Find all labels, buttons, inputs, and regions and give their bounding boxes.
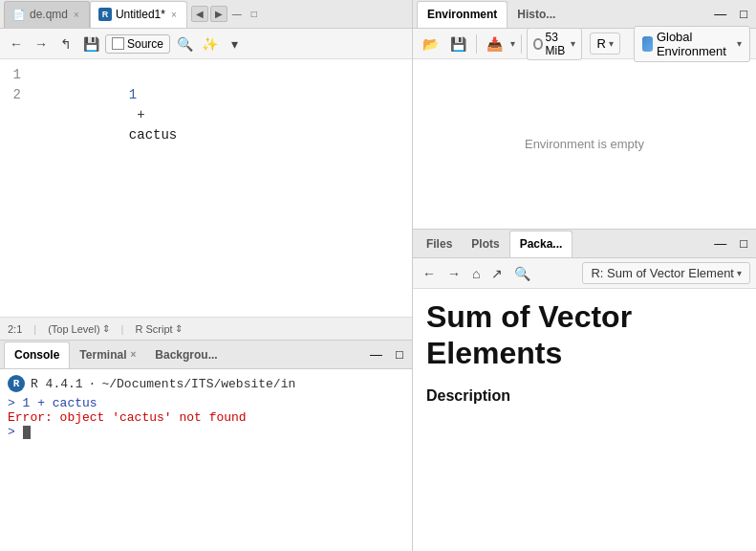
packages-tab-label: Packa... [520,237,563,251]
code-op: + [129,107,153,122]
editor-minimize[interactable]: — [227,7,247,21]
nav-forward-btn[interactable]: → [31,33,52,55]
console-content[interactable]: R R 4.4.1 · ~/Documents/ITS/website/in >… [0,369,412,551]
tab-console[interactable]: Console [4,342,70,368]
terminal-tab-close[interactable]: × [130,349,136,360]
help-topic-label: R: Sum of Vector Element [591,266,734,280]
r-engine-arrow: ▾ [609,38,614,49]
r-logo: R [8,375,25,392]
code-line-1: 1 + cactus [32,65,408,165]
tab-scroll-right[interactable]: ▶ [210,6,227,22]
help-forward-btn[interactable]: → [443,264,464,283]
global-env-dropdown[interactable]: Global Environment ▾ [634,26,750,62]
r-separator: · [89,377,97,391]
filetype-dropdown[interactable]: R Script ⇕ [135,323,182,335]
tab-qmd[interactable]: 📄 de.qmd × [4,1,90,28]
tab-untitled-close[interactable]: × [169,10,179,20]
env-minimize[interactable]: — [709,5,731,23]
tab-plots[interactable]: Plots [462,231,508,257]
statusbar-sep2: | [121,323,124,335]
console-minimize[interactable]: — [365,345,387,364]
r-engine-dropdown[interactable]: R ▾ [590,33,619,55]
help-search-btn[interactable]: 🔍 [510,264,534,283]
tab-untitled[interactable]: R Untitled1* × [90,1,187,28]
help-title-line2: Elements [426,336,562,370]
env-win-btns: — □ [709,5,752,23]
r-header: R R 4.4.1 · ~/Documents/ITS/website/in [8,375,404,392]
tab-scroll-left[interactable]: ◀ [191,6,208,22]
memory-value: 53 MiB [546,31,569,57]
terminal-tab-label: Terminal [79,348,126,362]
tab-files[interactable]: Files [417,231,462,257]
files-tab-label: Files [426,237,452,251]
files-tab-bar: Files Plots Packa... — □ [413,230,756,258]
tab-qmd-label: de.qmd [30,8,68,21]
env-save-btn[interactable]: 💾 [446,34,470,54]
console-win-btns: — □ [365,345,408,364]
source-checkbox[interactable] [112,37,124,50]
console-maximize[interactable]: □ [391,345,408,364]
editor-toolbar: ← → ↰ 💾 Source 🔍 ✨ ▾ [0,29,412,59]
memory-arrow: ▾ [571,38,575,49]
env-import-btn[interactable]: 📥 [483,34,507,54]
console-tab-label: Console [14,348,59,362]
tab-history[interactable]: Histo... [508,1,565,28]
environment-pane: Environment Histo... — □ 📂 💾 📥 ▾ [413,0,756,230]
r-version: R 4.4.1 [31,377,83,391]
env-toolbar-sep2 [521,34,522,54]
line-num-1: 1 [8,65,21,85]
more-options-btn[interactable]: ▾ [224,33,245,55]
env-toolbar: 📂 💾 📥 ▾ 53 MiB ▾ R ▾ [413,29,756,59]
code-editor[interactable]: 1 2 1 + cactus [0,59,412,317]
history-tab-label: Histo... [517,8,555,21]
nav-back-btn[interactable]: ← [6,33,27,55]
help-title: Sum of Vector Elements [426,298,743,372]
files-maximize[interactable]: □ [735,234,752,253]
env-maximize[interactable]: □ [735,5,752,23]
memory-badge[interactable]: 53 MiB ▾ [527,28,582,60]
context-dropdown[interactable]: (Top Level) ⇕ [48,323,109,335]
help-export-btn[interactable]: ↗ [487,264,507,283]
env-empty-message: Environment is empty [413,59,756,229]
plots-tab-label: Plots [471,237,499,251]
search-btn[interactable]: 🔍 [174,33,195,55]
tab-terminal[interactable]: Terminal × [70,342,145,368]
memory-circle-icon [533,38,542,50]
tab-untitled-label: Untitled1* [116,8,165,21]
statusbar-sep1: | [33,323,36,335]
context-arrow: ⇕ [102,323,110,334]
console-cursor [23,426,31,439]
env-open-btn[interactable]: 📂 [419,34,443,54]
console-prompt-line[interactable]: > [8,425,404,439]
global-env-label: Global Environment [657,30,733,58]
background-tab-label: Backgrou... [155,348,217,362]
source-label: Source [127,37,163,51]
help-topic-dropdown[interactable]: R: Sum of Vector Element ▾ [582,262,750,284]
env-import-arrow[interactable]: ▾ [510,38,515,49]
env-tab-bar: Environment Histo... — □ [413,0,756,29]
files-win-btns: — □ [709,234,752,253]
magic-wand-btn[interactable]: ✨ [199,33,220,55]
help-back-btn[interactable]: ← [419,264,440,283]
tab-background[interactable]: Backgrou... [145,342,227,368]
code-word: cactus [129,127,177,143]
go-to-dir-btn[interactable]: ↰ [55,33,76,55]
help-topic-arrow: ▾ [737,268,742,278]
help-content: Sum of Vector Elements Description [413,289,756,551]
code-num-1: 1 [129,87,137,102]
files-minimize[interactable]: — [709,234,731,253]
filetype-arrow: ⇕ [175,323,183,334]
console-cmd-text: > 1 + cactus [8,396,97,410]
code-content[interactable]: 1 + cactus [29,65,412,311]
tab-packages[interactable]: Packa... [509,231,573,257]
editor-maximize[interactable]: □ [247,7,262,21]
tab-environment[interactable]: Environment [417,1,508,28]
r-path: ~/Documents/ITS/website/in [101,377,295,391]
help-home-btn[interactable]: ⌂ [468,264,484,283]
save-btn[interactable]: 💾 [80,33,101,55]
source-btn[interactable]: Source [105,34,170,54]
global-env-icon [642,36,653,52]
files-toolbar: ← → ⌂ ↗ 🔍 R: Sum of Vector Element ▾ [413,258,756,289]
console-prompt-symbol: > [8,425,15,439]
tab-qmd-close[interactable]: × [72,10,81,20]
